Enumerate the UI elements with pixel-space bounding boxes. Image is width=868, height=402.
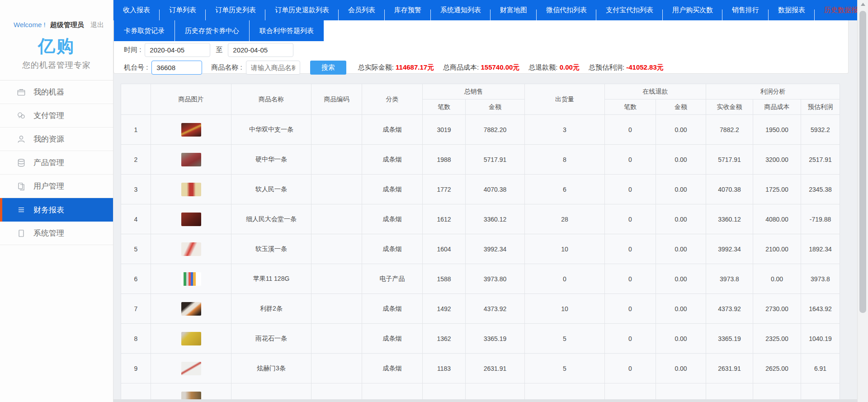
product-name-input[interactable] [246, 61, 300, 75]
tab-data-report[interactable]: 数据报表 [769, 0, 815, 20]
vertical-scrollbar[interactable] [857, 0, 868, 402]
tab-unilever-quiz-list[interactable]: 联合利华答题列表 [250, 20, 324, 41]
tab-order-history[interactable]: 订单历史列表 [206, 0, 265, 20]
system-icon [16, 228, 26, 238]
top-nav: 收入报表 订单列表 订单历史列表 订单历史退款列表 会员列表 库存预警 系统通知… [113, 0, 868, 20]
col-header-sales-count: 笔数 [423, 99, 466, 115]
date-from-input[interactable] [145, 43, 210, 57]
tab-history-stock-coupon-center[interactable]: 历史存货卡券中心 [175, 20, 250, 41]
tab-alipay-debit[interactable]: 支付宝代扣列表 [596, 0, 663, 20]
sidebar-item-products[interactable]: 产品管理 [0, 151, 113, 175]
product-photo [181, 272, 201, 286]
tab-order-list[interactable]: 订单列表 [160, 0, 206, 20]
product-icon [16, 158, 26, 168]
total-refund-amount: 总退款额: 0.00元 [528, 63, 580, 72]
vertical-scrollbar-thumb[interactable] [859, 11, 866, 313]
sidebar-item-payment[interactable]: 支付管理 [0, 104, 113, 128]
table-row: 4 细人民大会堂一条 成条烟 1612 3360.12 28 0 0.00 33… [121, 204, 840, 234]
machine-id-input[interactable] [151, 61, 202, 75]
table-row: 8 雨花石一条 成条烟 1362 3365.19 5 0 0.00 3365.1… [121, 324, 840, 354]
tab-members[interactable]: 会员列表 [339, 0, 385, 20]
tab-income-report[interactable]: 收入报表 [113, 0, 160, 20]
sidebar-item-label: 用户管理 [33, 181, 64, 191]
sidebar-item-label: 支付管理 [33, 110, 64, 121]
date-to-input[interactable] [228, 43, 293, 57]
table-row: 7 利群2条 成条烟 1492 4373.92 10 0 0.00 4373.9… [121, 294, 840, 324]
report-table: 商品图片 商品名称 商品编码 分类 总销售 出货量 在线退款 利润分析 笔数 金… [121, 84, 840, 402]
payment-icon [16, 111, 26, 121]
filter-panel: 卡券取货记录 历史存货卡券中心 联合利华答题列表 时间 : 至 机台号 : 商品… [113, 20, 849, 74]
sidebar-item-label: 我的资源 [33, 134, 64, 144]
product-photo [181, 123, 201, 137]
sidebar: Welcome ! 超级管理员 退出 亿购 您的机器管理专家 我的机器 支付管理… [0, 0, 113, 402]
product-image-cell [151, 354, 231, 383]
col-header-est-profit: 预估利润 [801, 99, 840, 115]
table-row: 2 硬中华一条 成条烟 1988 5717.91 8 0 0.00 5717.9… [121, 145, 840, 175]
welcome-row: Welcome ! 超级管理员 退出 [0, 21, 113, 29]
product-photo [181, 213, 201, 226]
tab-stock-alert[interactable]: 库存预警 [385, 0, 431, 20]
group-header-refund: 在线退款 [605, 84, 706, 99]
tab-order-history-refunds[interactable]: 订单历史退款列表 [265, 0, 339, 20]
app-slogan: 您的机器管理专家 [0, 60, 113, 71]
product-photo [181, 332, 201, 345]
logout-link[interactable]: 退出 [90, 21, 104, 28]
user-icon [16, 181, 26, 191]
tab-user-purchases[interactable]: 用户购买次数 [663, 0, 722, 20]
product-image-cell [151, 264, 231, 294]
col-header-index [121, 84, 151, 115]
product-image-cell [151, 115, 231, 145]
product-photo [181, 242, 201, 256]
product-image-cell [151, 145, 231, 175]
table-row: 9 炫赫门3条 成条烟 1183 2631.91 5 0 0.00 2631.9… [121, 354, 840, 383]
app-logo: 亿购 [0, 35, 113, 58]
sidebar-item-finance-reports[interactable]: 财务报表 [0, 198, 113, 222]
horizontal-scrollbar[interactable] [113, 399, 857, 402]
tab-system-notices[interactable]: 系统通知列表 [431, 0, 491, 20]
col-header-refund-amount: 金额 [656, 99, 706, 115]
table-row: 6 苹果11 128G 电子产品 1588 3973.80 0 0 0.00 3… [121, 264, 840, 294]
table-row: 3 软人民一条 成条烟 1772 4070.38 6 0 0.00 4070.3… [121, 175, 840, 204]
to-label: 至 [216, 46, 222, 54]
tab-wealth-map[interactable]: 财富地图 [491, 0, 537, 20]
date-filter-row: 时间 : 至 [124, 43, 848, 57]
sidebar-item-label: 我的机器 [33, 87, 64, 97]
finance-icon [16, 205, 26, 215]
product-photo [181, 183, 201, 196]
col-header-category: 分类 [362, 84, 423, 115]
col-header-sales-amount: 金额 [466, 99, 525, 115]
scroll-up-arrow-icon[interactable] [861, 3, 865, 6]
search-button[interactable]: 搜索 [310, 61, 346, 75]
sidebar-header: Welcome ! 超级管理员 退出 亿购 您的机器管理专家 [0, 0, 113, 80]
sidebar-item-system[interactable]: 系统管理 [0, 222, 113, 245]
machine-icon [16, 87, 26, 97]
total-estimated-profit: 总预估利润: -41052.83元 [589, 63, 664, 72]
sidebar-item-resources[interactable]: 我的资源 [0, 128, 113, 151]
sidebar-item-label: 财务报表 [33, 205, 64, 215]
col-header-shipped: 出货量 [525, 84, 605, 115]
sidebar-item-my-machines[interactable]: 我的机器 [0, 80, 113, 104]
total-goods-cost: 总商品成本: 155740.00元 [443, 63, 519, 72]
product-image-cell [151, 204, 231, 234]
tab-coupon-pickup-records[interactable]: 卡券取货记录 [114, 20, 175, 41]
summary-totals: 总实际金额: 114687.17元 总商品成本: 155740.00元 总退款额… [358, 63, 673, 72]
product-name-label: 商品名称 : [211, 63, 242, 72]
sidebar-item-label: 产品管理 [33, 157, 64, 168]
tab-wechat-debit[interactable]: 微信代扣列表 [537, 0, 596, 20]
col-header-refund-count: 笔数 [605, 99, 656, 115]
col-header-image: 商品图片 [151, 84, 231, 115]
col-header-received: 实收金额 [706, 99, 753, 115]
search-filter-row: 机台号 : 商品名称 : 搜索 总实际金额: 114687.17元 总商品成本:… [124, 61, 848, 75]
product-image-cell [151, 324, 231, 354]
product-image-cell [151, 294, 231, 324]
sidebar-item-users[interactable]: 用户管理 [0, 175, 113, 198]
group-header-profit: 利润分析 [706, 84, 840, 99]
machine-label: 机台号 : [124, 63, 148, 72]
col-header-cost: 商品成本 [753, 99, 801, 115]
tab-sales-ranking[interactable]: 销售排行 [722, 0, 769, 20]
table-header: 商品图片 商品名称 商品编码 分类 总销售 出货量 在线退款 利润分析 笔数 金… [121, 84, 840, 115]
main-content: 收入报表 订单列表 订单历史列表 订单历史退款列表 会员列表 库存预警 系统通知… [113, 0, 868, 402]
sidebar-menu: 我的机器 支付管理 我的资源 产品管理 用户管理 财务报表 系统管理 [0, 80, 113, 245]
product-photo [181, 302, 201, 316]
col-header-code: 商品编码 [311, 84, 362, 115]
